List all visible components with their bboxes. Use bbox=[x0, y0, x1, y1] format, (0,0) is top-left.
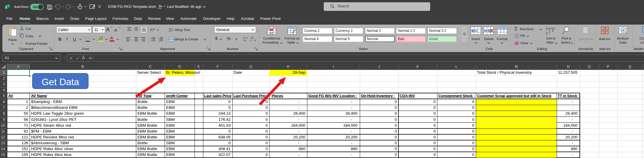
svg-text:A: A bbox=[546, 26, 548, 31]
svg-text:0: 0 bbox=[250, 39, 251, 41]
svg-text:.00: .00 bbox=[250, 37, 254, 39]
svg-text:0: 0 bbox=[246, 37, 248, 39]
svg-text:.00: .00 bbox=[243, 39, 246, 41]
svg-text:ab: ab bbox=[150, 27, 154, 32]
svg-text:c: c bbox=[169, 30, 170, 32]
svg-text:X: X bbox=[5, 6, 7, 9]
svg-text:Z: Z bbox=[546, 31, 548, 35]
